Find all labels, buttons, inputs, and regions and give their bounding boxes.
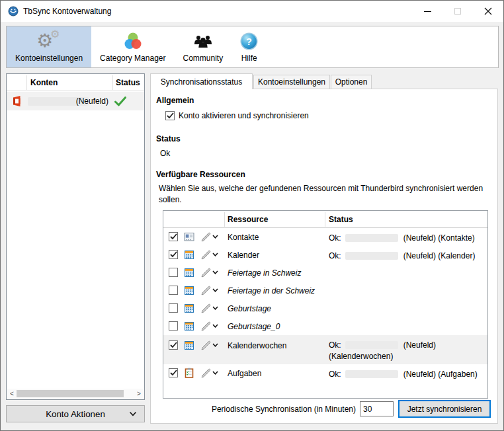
edit-pencil-button[interactable] bbox=[201, 268, 211, 278]
scrollbar-thumb[interactable] bbox=[17, 390, 124, 397]
enable-account-checkbox[interactable] bbox=[165, 111, 175, 120]
calendar-icon bbox=[184, 249, 194, 260]
scroll-left-icon[interactable]: < bbox=[7, 389, 17, 399]
horizontal-scrollbar[interactable]: < > bbox=[7, 389, 144, 399]
resource-name: Kalenderwochen bbox=[228, 341, 286, 350]
minimize-icon bbox=[424, 11, 431, 12]
resource-name: Aufgaben bbox=[228, 369, 261, 378]
column-status[interactable]: Status bbox=[329, 215, 353, 224]
column-ressource[interactable]: Ressource bbox=[228, 215, 268, 224]
gears-icon: ⚙⚙ bbox=[36, 30, 62, 52]
periodic-minutes-input[interactable] bbox=[360, 401, 394, 416]
resource-checkbox[interactable] bbox=[169, 250, 178, 259]
toolbar-label: Hilfe bbox=[241, 54, 257, 63]
toolbar-label: Community bbox=[183, 54, 223, 63]
calendar-icon bbox=[184, 340, 194, 350]
tbsync-window: TbSync Kontoverwaltung ⚙⚙ Kontoeinstellu… bbox=[0, 0, 504, 431]
title-bar: TbSync Kontoverwaltung bbox=[1, 1, 503, 22]
resource-checkbox[interactable] bbox=[169, 303, 178, 313]
tab-optionen[interactable]: Optionen bbox=[331, 75, 372, 89]
toolbar-item-category-manager[interactable]: Category Manager bbox=[91, 26, 174, 67]
toolbar-item-community[interactable]: Community bbox=[174, 26, 231, 67]
account-row[interactable]: (Neufeld) bbox=[7, 92, 144, 110]
resource-checkbox[interactable] bbox=[169, 340, 178, 350]
resource-status: Ok:(Neufeld) (Aufgaben) bbox=[329, 369, 485, 380]
addressbook-icon bbox=[184, 231, 194, 242]
accounts-column-status[interactable]: Status bbox=[116, 78, 140, 87]
resource-row-feiertage-schweiz[interactable]: Feiertage in Schweiz bbox=[163, 264, 487, 282]
section-ressourcen: Verfügbare Ressourcen bbox=[156, 170, 245, 179]
resource-row-kontakte[interactable]: Kontakte Ok:(Neufeld) (Kontakte) bbox=[163, 228, 487, 246]
resource-checkbox[interactable] bbox=[169, 321, 178, 331]
chevron-down-icon[interactable] bbox=[212, 288, 218, 293]
resource-row-geburtstage[interactable]: Geburtstage bbox=[163, 299, 487, 317]
chevron-down-icon[interactable] bbox=[212, 253, 218, 257]
chevron-down-icon[interactable] bbox=[212, 270, 218, 275]
section-allgemein: Allgemein bbox=[156, 96, 194, 105]
edit-pencil-button[interactable] bbox=[201, 232, 211, 242]
tab-kontoeinstellungen[interactable]: Kontoeinstellungen bbox=[253, 75, 330, 89]
chevron-down-icon[interactable] bbox=[212, 343, 218, 348]
tasks-icon bbox=[184, 368, 194, 378]
resource-name: Geburtstage bbox=[228, 304, 271, 313]
resource-row-feiertage-der-schweiz[interactable]: Feiertage in der Schweiz bbox=[163, 282, 487, 299]
chevron-down-icon bbox=[130, 412, 136, 416]
resource-row-aufgaben[interactable]: Aufgaben Ok:(Neufeld) (Aufgaben) bbox=[163, 364, 487, 382]
toolbar-label: Category Manager bbox=[100, 54, 165, 63]
window-title: TbSync Kontoverwaltung bbox=[23, 7, 111, 16]
toolbar-item-hilfe[interactable]: ? Hilfe bbox=[231, 26, 267, 67]
resource-checkbox[interactable] bbox=[169, 268, 178, 277]
status-redacted bbox=[345, 341, 398, 349]
calendar-icon bbox=[184, 321, 194, 331]
resource-name: Feiertage in Schweiz bbox=[228, 268, 301, 278]
toolbar-item-kontoeinstellungen[interactable]: ⚙⚙ Kontoeinstellungen bbox=[7, 26, 91, 67]
resources-table: Ressource Status Kontakte Ok:(Neufeld) (… bbox=[163, 210, 488, 399]
green-check-icon bbox=[114, 97, 126, 106]
resource-checkbox[interactable] bbox=[169, 368, 178, 377]
office-icon bbox=[11, 95, 22, 107]
scroll-right-icon[interactable]: > bbox=[134, 389, 144, 399]
help-icon: ? bbox=[240, 30, 258, 52]
edit-pencil-button[interactable] bbox=[201, 286, 211, 295]
resource-checkbox[interactable] bbox=[169, 232, 178, 241]
maximize-icon bbox=[454, 8, 461, 15]
chevron-down-icon[interactable] bbox=[212, 306, 218, 311]
edit-pencil-button[interactable] bbox=[201, 303, 211, 313]
konto-aktionen-label: Konto Aktionen bbox=[46, 409, 105, 419]
tab-synchronisationsstatus[interactable]: Synchronisationsstatus bbox=[150, 73, 253, 89]
resource-checkbox[interactable] bbox=[169, 286, 178, 295]
maximize-button[interactable] bbox=[442, 1, 473, 22]
calendar-icon bbox=[184, 303, 194, 313]
resource-row-geburtstage-0[interactable]: Geburtstage_0 bbox=[163, 317, 487, 335]
resource-row-kalenderwochen[interactable]: Kalenderwochen Ok:(Neufeld)(Kalenderwoch… bbox=[163, 335, 487, 364]
tbsync-app-icon bbox=[8, 6, 19, 17]
edit-pencil-button[interactable] bbox=[201, 368, 211, 378]
accounts-column-konten[interactable]: Konten bbox=[30, 78, 58, 87]
resource-name: Kontakte bbox=[228, 233, 259, 242]
sync-now-button[interactable]: Jetzt synchronisieren bbox=[398, 400, 491, 418]
resource-status: Ok:(Neufeld)(Kalenderwochen) bbox=[329, 340, 485, 362]
sync-status-panel: Allgemein Konto aktivieren und synchroni… bbox=[150, 89, 498, 424]
toolbar-label: Kontoeinstellungen bbox=[15, 54, 83, 63]
resources-description: Wählen Sie aus, welche der gefundenen Re… bbox=[159, 183, 491, 206]
accounts-list: Konten Status (Neufeld) < > bbox=[6, 73, 145, 400]
calendar-icon bbox=[184, 285, 194, 295]
people-icon bbox=[192, 30, 214, 52]
calendar-icon bbox=[184, 267, 194, 278]
chevron-down-icon[interactable] bbox=[212, 235, 218, 239]
section-status: Status bbox=[156, 134, 181, 143]
edit-pencil-button[interactable] bbox=[201, 340, 211, 350]
status-value: Ok bbox=[160, 149, 170, 158]
close-button[interactable] bbox=[473, 1, 503, 22]
resource-name: Kalender bbox=[228, 251, 259, 260]
edit-pencil-button[interactable] bbox=[201, 321, 211, 331]
category-circles-icon bbox=[122, 30, 144, 52]
chevron-down-icon[interactable] bbox=[212, 324, 218, 329]
minimize-button[interactable] bbox=[412, 1, 442, 22]
konto-aktionen-button[interactable]: Konto Aktionen bbox=[6, 405, 145, 422]
edit-pencil-button[interactable] bbox=[201, 250, 211, 260]
chevron-down-icon[interactable] bbox=[212, 371, 218, 375]
resource-row-kalender[interactable]: Kalender Ok:(Neufeld) (Kalender) bbox=[163, 246, 487, 264]
resource-name: Geburtstage_0 bbox=[228, 322, 280, 331]
accounts-list-header: Konten Status bbox=[7, 74, 144, 91]
